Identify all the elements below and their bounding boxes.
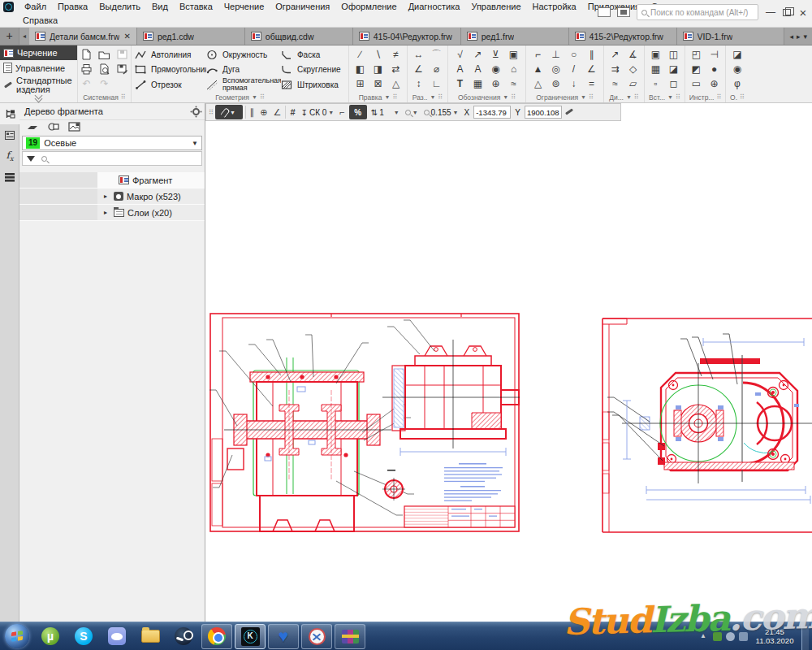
insert-fragment-icon[interactable]: ▣ <box>647 47 665 62</box>
menu-file[interactable]: Файл <box>19 0 52 14</box>
show-desktop-button[interactable] <box>801 622 809 650</box>
menu-edit[interactable]: Правка <box>52 0 93 14</box>
drawing-canvas[interactable] <box>205 103 812 622</box>
menu-help[interactable]: Справка <box>0 14 63 28</box>
collect-contour-icon[interactable]: ◩ <box>688 62 706 76</box>
gear-icon[interactable] <box>192 108 200 115</box>
tray-network-icon[interactable] <box>739 632 748 641</box>
concentric-icon[interactable]: ◎ <box>547 62 565 76</box>
tab-detali-bamsm[interactable]: Детали бамсм.frw ✕ <box>29 28 137 45</box>
screen-view-icon[interactable] <box>617 7 630 17</box>
region-tool-icon[interactable]: ▭ <box>688 76 706 91</box>
insert-view-icon[interactable]: ◫ <box>665 47 683 62</box>
tool-autoline[interactable]: Автолиния <box>135 47 206 63</box>
menu-format[interactable]: Оформление <box>335 0 402 14</box>
autoaxis-icon[interactable]: ⊕ <box>487 76 505 91</box>
expand-arrow-icon[interactable]: ▸ <box>104 209 110 216</box>
equal-radius-icon[interactable]: ⊚ <box>547 76 565 91</box>
deform-icon[interactable]: ⊠ <box>369 76 387 91</box>
insert-picture-icon[interactable]: ▦ <box>647 62 665 76</box>
zoom-scale-select[interactable]: 0.155 ▼ <box>422 108 460 117</box>
expand-arrow-icon[interactable]: ▸ <box>104 193 110 200</box>
marking-icon[interactable]: А <box>451 62 469 76</box>
fix-point-icon[interactable]: △ <box>529 76 547 91</box>
point-snap-icon[interactable]: ⊕ <box>258 107 269 118</box>
current-layer-select[interactable]: 19 Осевые ▼ <box>22 136 202 150</box>
restore-button[interactable] <box>783 9 791 16</box>
fragment-tool-icon[interactable]: ◰ <box>688 47 706 62</box>
image-filter-icon[interactable] <box>68 120 81 135</box>
command-search-input[interactable]: Поиск по командам (Alt+/) <box>637 4 758 20</box>
heart-app-taskbar-icon[interactable]: ♥ <box>268 624 299 649</box>
insert-layout-icon[interactable]: ▫ <box>647 76 665 91</box>
diameter-dimension-icon[interactable]: ⌀ <box>428 62 446 76</box>
grid-toggle-icon[interactable]: # <box>288 107 296 117</box>
redo-icon[interactable]: ↷ <box>96 76 114 91</box>
radial-dimension-icon[interactable]: ⌒ <box>428 47 446 62</box>
tab-scroll-right-icon[interactable]: ▸ <box>797 32 801 41</box>
tree-filter-input[interactable] <box>22 151 202 166</box>
parallel-icon[interactable]: ∥ <box>583 47 601 62</box>
expand-sets-icon[interactable] <box>32 96 45 102</box>
start-button[interactable] <box>5 624 29 648</box>
roughness-icon[interactable]: √ <box>451 47 469 62</box>
mirror-icon[interactable]: ◧ <box>352 62 369 76</box>
tab-close-icon[interactable]: ✕ <box>124 32 131 41</box>
discord-taskbar-icon[interactable] <box>102 624 132 649</box>
menu-diagnostics[interactable]: Диагностика <box>403 0 466 14</box>
datum-icon[interactable]: ⊻ <box>487 47 505 62</box>
vertical-constraint-icon[interactable]: ↓ <box>565 76 583 91</box>
tree-item-macro[interactable]: ▸ Макро (x523) <box>19 188 205 205</box>
new-window-icon[interactable] <box>598 7 611 17</box>
move-icon[interactable]: ⇄ <box>387 62 405 76</box>
drawing-sheet-assembly[interactable] <box>209 313 520 532</box>
utorrent-taskbar-icon[interactable]: µ <box>35 624 66 649</box>
objects-filter-icon[interactable] <box>47 120 60 135</box>
steam-taskbar-icon[interactable] <box>168 624 199 649</box>
menu-panel-tab[interactable] <box>0 167 19 188</box>
parallel-snap-icon[interactable]: ∥ <box>248 107 257 118</box>
set-drawing[interactable]: Черчение <box>0 46 77 60</box>
tab-415-2-reduktor[interactable]: 415-2\Редуктор.frw <box>569 28 677 45</box>
layer-select[interactable]: ⇅ 1 ▼ <box>369 108 401 117</box>
equal-length-icon[interactable]: = <box>583 76 601 91</box>
copy-icon[interactable]: ◨ <box>369 62 387 76</box>
insert-object-icon[interactable]: ◪ <box>665 62 683 76</box>
tool-segment[interactable]: Отрезок <box>135 77 206 93</box>
format-pen-icon[interactable]: φ <box>728 76 746 91</box>
functions-panel-tab[interactable]: fx <box>0 145 19 167</box>
tool-circle[interactable]: Окружность <box>206 47 281 63</box>
taskbar-clock[interactable]: 21:45 11.03.2020 <box>752 627 797 645</box>
insert-macro-icon[interactable]: ◻ <box>665 76 683 91</box>
linear-dimension-icon[interactable]: ↔ <box>410 47 428 62</box>
new-tab-button[interactable]: + <box>0 28 19 45</box>
format-ring-icon[interactable]: ◉ <box>728 62 746 76</box>
measure-curve-icon[interactable]: ⇉ <box>607 62 624 76</box>
extend-curve-icon[interactable]: ∖ <box>369 47 387 62</box>
tab-red1-frw[interactable]: ред1.frw <box>461 28 569 45</box>
menu-constraints[interactable]: Ограничения <box>270 0 335 14</box>
skype-taskbar-icon[interactable]: S <box>68 624 99 649</box>
text-align-icon[interactable]: A <box>469 62 487 76</box>
parameters-panel-tab[interactable] <box>0 124 19 145</box>
explorer-taskbar-icon[interactable] <box>135 624 166 649</box>
winrar-taskbar-icon[interactable] <box>335 624 365 649</box>
menu-insert[interactable]: Вставка <box>174 0 218 14</box>
rotate-icon[interactable]: △ <box>387 76 405 91</box>
menu-select[interactable]: Выделить <box>93 0 146 14</box>
vertical-dimension-icon[interactable]: ↕ <box>410 76 428 91</box>
tool-auxiliary-line[interactable]: Вспомогательная прямая <box>206 77 281 93</box>
menu-view[interactable]: Вид <box>146 0 174 14</box>
split-curve-icon[interactable]: ≠ <box>387 47 405 62</box>
tab-scroll-left-icon[interactable]: ◂ <box>19 28 29 45</box>
save-as-icon[interactable] <box>114 62 132 76</box>
format-fill-icon[interactable]: ◪ <box>728 47 746 62</box>
chrome-taskbar-icon[interactable] <box>201 624 232 649</box>
undo-icon[interactable]: ↶ <box>78 76 96 91</box>
cut-line-icon[interactable]: ⌂ <box>505 62 523 76</box>
print-icon[interactable] <box>78 62 96 76</box>
tab-red1-cdw[interactable]: ред1.cdw <box>137 28 245 45</box>
angle-constraint-icon[interactable]: ∠ <box>583 62 601 76</box>
tab-415-04-reduktor[interactable]: 415-04\Редуктор.frw <box>353 28 461 45</box>
view-arrow-icon[interactable]: ▣ <box>505 47 523 62</box>
